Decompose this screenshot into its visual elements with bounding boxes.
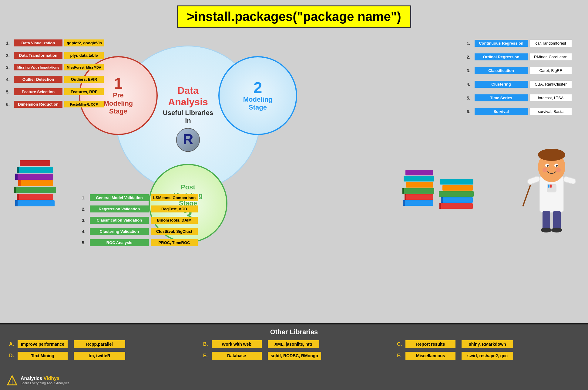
svg-point-46: [551, 228, 562, 232]
svg-rect-5: [18, 180, 53, 186]
modeling-num: 2: [254, 80, 262, 96]
list-item: 6. Survival survival, Basta: [467, 108, 582, 115]
svg-rect-4: [14, 187, 56, 193]
pre-modeling-label: PreModelingStage: [104, 91, 133, 115]
svg-rect-2: [15, 200, 55, 206]
other-libraries-section: Other Libraries A. Improve performance R…: [0, 323, 588, 390]
analytics-vidhya-logo: Analytics Vidhya Learn Everything About …: [6, 374, 69, 386]
books-left-decoration: [9, 152, 61, 212]
list-item: 2. Data Transformation plyr, data.table: [6, 52, 106, 59]
books-right-decoration: [400, 149, 461, 209]
svg-rect-23: [402, 188, 404, 194]
other-libraries-grid: A. Improve performance Rcpp,parallel B. …: [9, 340, 579, 360]
list-item: 3. Classification Caret, BigRF: [467, 67, 582, 74]
svg-rect-41: [563, 176, 576, 185]
svg-rect-48: [548, 185, 549, 188]
svg-rect-19: [404, 176, 434, 181]
svg-rect-11: [14, 187, 16, 193]
svg-point-39: [556, 168, 561, 172]
svg-rect-12: [18, 180, 21, 186]
list-item: 5. Feature Selection Features, RRF: [6, 88, 106, 95]
svg-rect-14: [17, 167, 19, 173]
list-item: 6. Dimension Reduction FactoMineR, CCP: [6, 101, 106, 108]
list-item: 1. General Model Validation LSMeans, Com…: [82, 194, 258, 201]
header-title: >install.packages("package name"): [177, 5, 411, 28]
list-item: E. Database sqldf, RODBC, RMongo: [203, 352, 385, 360]
r-logo-icon: R: [176, 128, 200, 152]
svg-rect-6: [15, 174, 53, 180]
svg-rect-49: [550, 185, 552, 188]
svg-rect-10: [17, 194, 19, 200]
svg-rect-26: [439, 191, 474, 197]
list-item: 3. Missing Value Imputations MissForest,…: [6, 64, 106, 70]
svg-rect-24: [439, 203, 473, 209]
svg-point-37: [556, 165, 558, 167]
svg-rect-28: [440, 179, 473, 185]
svg-rect-17: [402, 188, 434, 194]
svg-rect-30: [441, 197, 443, 203]
list-item: 4. Clustering CBA, RankCluster: [467, 80, 582, 88]
svg-rect-7: [17, 167, 53, 173]
list-item: 4. Clustering Validation ClustEval, SigC…: [82, 228, 258, 235]
svg-rect-3: [17, 194, 53, 200]
character-illustration: [521, 140, 582, 231]
list-item: 5. Time Series forecast, LTSA: [467, 94, 582, 102]
center-title-data-analysis: DataAnalysis: [168, 85, 208, 108]
center-subtitle: Useful Librariesin: [163, 109, 213, 125]
svg-rect-21: [403, 200, 405, 206]
svg-rect-29: [439, 203, 441, 209]
modeling-circle: 2 ModelingStage: [218, 56, 297, 135]
pre-modeling-num: 1: [114, 76, 123, 91]
list-item: B. Work with web XML, jasonlite, httr: [203, 340, 385, 348]
svg-point-45: [541, 228, 552, 232]
svg-text:R: R: [183, 131, 193, 148]
list-item: A. Improve performance Rcpp,parallel: [9, 340, 191, 348]
svg-rect-20: [405, 170, 433, 175]
svg-rect-18: [406, 182, 433, 188]
svg-point-36: [547, 165, 549, 167]
svg-line-42: [523, 185, 530, 206]
list-item: 4. Outlier Detection Outliers, EVIR: [6, 76, 106, 83]
svg-rect-16: [405, 194, 433, 200]
list-item: 2. Regression Validation RegTest, ACD: [82, 205, 258, 212]
analytics-logo-text: Analytics Vidhya Learn Everything About …: [21, 376, 69, 385]
svg-rect-40: [527, 175, 541, 185]
analytics-logo-icon: [6, 374, 18, 386]
svg-rect-8: [20, 160, 50, 166]
modeling-panel: 1. Continuous Regression car, randomfore…: [467, 39, 582, 121]
list-item: C. Report results shiny, RMarkdown: [397, 340, 579, 348]
list-item: 5. ROC Analysis PROC, TimeROC: [82, 239, 258, 246]
pre-modeling-panel: 1. Data Visualization ggplot2, googleVis…: [6, 39, 106, 113]
analytics-sub: Learn Everything About Analytics: [21, 381, 69, 385]
list-item: 3. Classification Validation BinomTools,…: [82, 217, 258, 224]
svg-rect-9: [15, 200, 18, 206]
modeling-label: ModelingStage: [243, 96, 273, 112]
svg-rect-15: [403, 200, 433, 206]
list-item: 1. Continuous Regression car, randomfore…: [467, 39, 582, 47]
svg-point-38: [543, 168, 547, 172]
svg-point-33: [538, 149, 565, 161]
svg-rect-27: [442, 185, 473, 191]
list-item: D. Text Mining tm, twitteR: [9, 352, 191, 360]
list-item: 1. Data Visualization ggplot2, googleVis: [6, 39, 106, 46]
svg-rect-43: [543, 211, 550, 229]
svg-rect-22: [405, 194, 406, 200]
other-libraries-title: Other Libraries: [9, 328, 579, 336]
svg-rect-13: [15, 174, 18, 180]
list-item: 2. Ordinal Regression RMiner, CoreLearn: [467, 53, 582, 61]
post-modeling-panel: 1. General Model Validation LSMeans, Com…: [82, 194, 258, 250]
svg-rect-25: [441, 197, 473, 203]
list-item: F. Miscellaneous swirl, reshape2, qcc: [397, 352, 579, 360]
svg-rect-44: [553, 211, 561, 229]
